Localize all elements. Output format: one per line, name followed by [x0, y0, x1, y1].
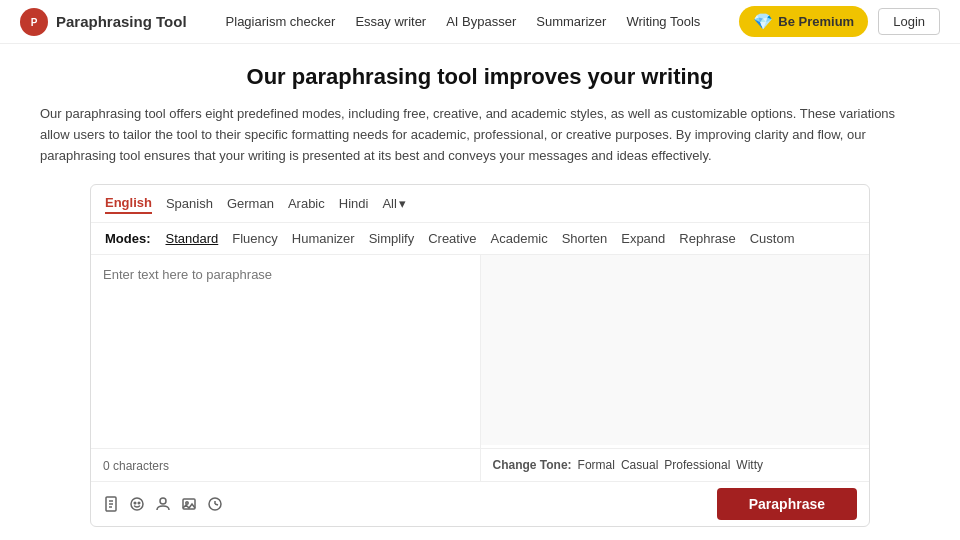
nav-essay[interactable]: Essay writer — [355, 14, 426, 29]
header-actions: 💎 Be Premium Login — [739, 6, 940, 37]
nav-ai[interactable]: AI Bypasser — [446, 14, 516, 29]
lang-hindi[interactable]: Hindi — [339, 194, 369, 213]
mode-expand[interactable]: Expand — [614, 229, 672, 248]
mode-academic[interactable]: Academic — [484, 229, 555, 248]
svg-text:P: P — [31, 17, 38, 28]
svg-line-14 — [215, 504, 218, 505]
lang-german[interactable]: German — [227, 194, 274, 213]
chevron-down-icon: ▾ — [399, 196, 406, 211]
login-button[interactable]: Login — [878, 8, 940, 35]
icons-row — [103, 496, 223, 512]
tone-professional[interactable]: Professional — [664, 458, 730, 472]
nav-summarizer[interactable]: Summarizer — [536, 14, 606, 29]
mode-standard[interactable]: Standard — [159, 229, 226, 248]
action-bar: Paraphrase — [91, 481, 869, 526]
page-title: Our paraphrasing tool improves your writ… — [40, 64, 920, 90]
main-content: Our paraphrasing tool improves your writ… — [0, 44, 960, 540]
premium-button[interactable]: 💎 Be Premium — [739, 6, 868, 37]
svg-point-9 — [160, 498, 166, 504]
modes-row: Modes: Standard Fluency Humanizer Simpli… — [91, 223, 869, 255]
tone-witty[interactable]: Witty — [736, 458, 763, 472]
lang-spanish[interactable]: Spanish — [166, 194, 213, 213]
text-input[interactable] — [91, 255, 480, 445]
mode-shorten[interactable]: Shorten — [555, 229, 615, 248]
svg-point-7 — [134, 503, 136, 505]
language-tabs: English Spanish German Arabic Hindi All … — [91, 185, 869, 223]
logo-text: Paraphrasing Tool — [56, 13, 187, 30]
logo-icon: P — [20, 8, 48, 36]
mode-fluency[interactable]: Fluency — [225, 229, 285, 248]
clock-icon[interactable] — [207, 496, 223, 512]
mode-humanizer[interactable]: Humanizer — [285, 229, 362, 248]
mode-simplify[interactable]: Simplify — [362, 229, 422, 248]
tone-casual[interactable]: Casual — [621, 458, 658, 472]
mode-creative[interactable]: Creative — [421, 229, 483, 248]
header: P Paraphrasing Tool Plagiarism checker E… — [0, 0, 960, 44]
bottom-right: Change Tone: Formal Casual Professional … — [481, 449, 870, 481]
lang-english[interactable]: English — [105, 193, 152, 214]
mode-custom[interactable]: Custom — [743, 229, 802, 248]
text-areas — [91, 255, 869, 448]
logo[interactable]: P Paraphrasing Tool — [20, 8, 187, 36]
bottom-bar: 0 characters Change Tone: Formal Casual … — [91, 448, 869, 481]
diamond-icon: 💎 — [753, 12, 773, 31]
file-icon[interactable] — [103, 496, 119, 512]
svg-point-6 — [131, 498, 143, 510]
person-icon[interactable] — [155, 496, 171, 512]
main-nav: Plagiarism checker Essay writer AI Bypas… — [226, 14, 701, 29]
lang-arabic[interactable]: Arabic — [288, 194, 325, 213]
change-tone-label: Change Tone: — [493, 458, 572, 472]
char-count: 0 characters — [103, 459, 169, 473]
tone-formal[interactable]: Formal — [578, 458, 615, 472]
mode-rephrase[interactable]: Rephrase — [672, 229, 742, 248]
paraphrase-button[interactable]: Paraphrase — [717, 488, 857, 520]
bottom-left: 0 characters — [91, 449, 481, 481]
tool-card: English Spanish German Arabic Hindi All … — [90, 184, 870, 527]
image-icon[interactable] — [181, 496, 197, 512]
nav-plagiarism[interactable]: Plagiarism checker — [226, 14, 336, 29]
nav-writing-tools[interactable]: Writing Tools — [626, 14, 700, 29]
input-panel — [91, 255, 481, 448]
output-panel — [481, 255, 870, 445]
modes-label: Modes: — [105, 231, 151, 246]
svg-point-8 — [138, 503, 140, 505]
page-description: Our paraphrasing tool offers eight prede… — [40, 104, 920, 166]
svg-point-11 — [186, 502, 188, 504]
lang-all[interactable]: All ▾ — [382, 196, 405, 211]
emoji-icon[interactable] — [129, 496, 145, 512]
